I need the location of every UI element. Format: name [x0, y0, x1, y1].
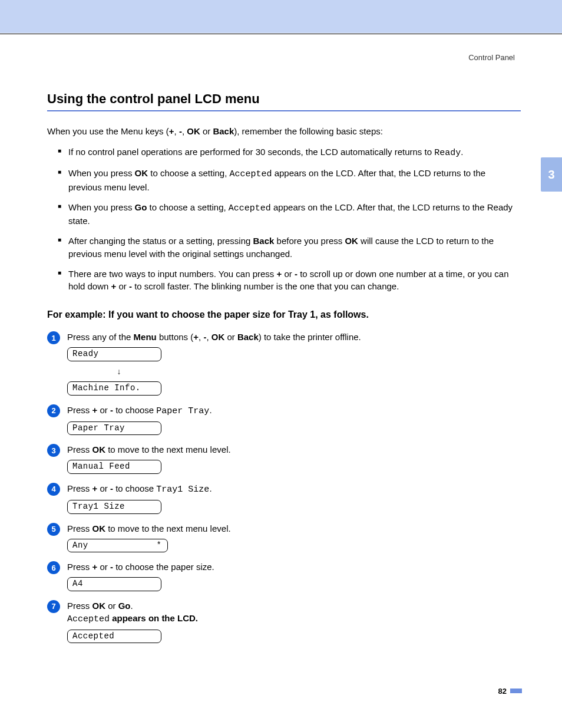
step-text: Press + or - to choose Paper Tray. — [67, 404, 521, 417]
bold-text: Menu — [134, 332, 157, 342]
footer: 82 — [498, 686, 522, 696]
text: or — [282, 269, 295, 279]
step: 2Press + or - to choose Paper Tray.Paper… — [47, 404, 521, 440]
text: When you press — [68, 202, 135, 212]
text: Press — [67, 562, 92, 572]
bullet-item: There are two ways to input numbers. You… — [58, 268, 521, 294]
step-body: Press OK to move to the next menu level.… — [67, 522, 521, 558]
text: or — [97, 405, 110, 415]
page-number: 82 — [498, 687, 507, 696]
mono-text: Tray1 Size — [156, 485, 209, 495]
text: or — [105, 601, 118, 611]
text: or — [97, 562, 110, 572]
mono-text: Paper Tray — [156, 406, 209, 416]
text: Press — [67, 444, 92, 454]
step-subline: Accepted appears on the LCD. — [67, 612, 521, 625]
step-text: Press OK or Go. — [67, 599, 521, 612]
step-number-badge: 1 — [47, 331, 60, 344]
text: or — [116, 281, 129, 291]
step-number-badge: 6 — [47, 561, 60, 574]
lcd-text: Paper Tray — [67, 421, 161, 436]
bold-text: Go — [135, 202, 147, 212]
step-number-badge: 7 — [47, 600, 60, 613]
bold-text: Back — [237, 332, 259, 342]
bold-text: OK — [92, 523, 106, 533]
bold-text: OK — [135, 168, 148, 178]
section-title: Using the control panel LCD menu — [47, 91, 521, 111]
bold-text: + — [92, 405, 98, 415]
intro-line: When you use the Menu keys (+, -, OK or … — [47, 126, 521, 137]
step-text: Press + or - to choose Tray1 Size. — [67, 482, 521, 496]
mono-text: Accepted — [67, 614, 110, 624]
step-text: Press any of the Menu buttons (+, -, OK … — [67, 331, 521, 343]
step-text: Press OK to move to the next menu level. — [67, 522, 521, 535]
bold-text: Go — [118, 601, 131, 611]
bold-text: + — [111, 281, 117, 291]
text: or — [224, 332, 237, 342]
bold-text: + — [92, 483, 98, 493]
lcd-display: Accepted — [67, 629, 521, 644]
text: or — [200, 126, 213, 136]
top-band — [0, 0, 562, 33]
key-back: Back — [213, 126, 234, 136]
step-body: Press OK to move to the next menu level.… — [67, 443, 521, 479]
text: to move to the next menu level. — [105, 523, 231, 533]
text: . — [209, 405, 211, 415]
text: , — [182, 126, 187, 136]
text: to move to the next menu level. — [105, 444, 231, 454]
text: ) to take the printer offline. — [259, 332, 361, 342]
bold-text: + — [92, 562, 98, 572]
text: to choose a setting, — [147, 202, 228, 212]
text: Press — [67, 483, 92, 493]
step-text: Press OK to move to the next menu level. — [67, 443, 521, 456]
bullet-list: If no control panel operations are perfo… — [47, 146, 521, 293]
lcd-display: A4 — [67, 577, 521, 591]
bold-text: OK — [92, 444, 106, 454]
text: If no control panel operations are perfo… — [68, 147, 434, 157]
step-body: Press OK or Go.Accepted appears on the L… — [67, 599, 521, 648]
text: There are two ways to input numbers. You… — [68, 269, 277, 279]
text: buttons ( — [157, 332, 194, 342]
arrow-down-icon: ↓ — [67, 366, 171, 378]
step-number-badge: 5 — [47, 523, 60, 536]
step: 6Press + or - to choose the paper size.A… — [47, 561, 521, 596]
bullet-item: When you press Go to choose a setting, A… — [58, 201, 521, 228]
lcd-text: Accepted — [67, 630, 161, 644]
step-text: Press + or - to choose the paper size. — [67, 561, 521, 573]
lcd-text: Ready — [67, 347, 161, 361]
text: to scroll faster. The blinking number is… — [132, 281, 399, 291]
text: Press any of the — [67, 332, 134, 342]
text: When you use the Menu keys ( — [47, 126, 169, 136]
lcd-text: A4 — [67, 577, 161, 591]
text: . — [461, 147, 463, 157]
lcd-display: Any * — [67, 538, 521, 553]
lcd-display: Ready — [67, 347, 521, 361]
key-plus: + — [169, 126, 174, 136]
bold-text: OK — [92, 601, 106, 611]
step: 1Press any of the Menu buttons (+, -, OK… — [47, 331, 521, 400]
step: 5Press OK to move to the next menu level… — [47, 522, 521, 558]
bold-text: OK — [345, 236, 358, 246]
example-heading: For example: If you want to choose the p… — [47, 309, 521, 320]
lcd-text: Machine Info. — [67, 381, 161, 396]
text: Press — [67, 405, 92, 415]
bold-text: OK — [211, 332, 225, 342]
step: 7Press OK or Go.Accepted appears on the … — [47, 599, 521, 648]
text: to choose — [113, 483, 156, 493]
step-body: Press + or - to choose the paper size.A4 — [67, 561, 521, 596]
text: , — [206, 332, 211, 342]
steps-list: 1Press any of the Menu buttons (+, -, OK… — [47, 331, 521, 648]
text: Press — [67, 523, 92, 533]
bold-text: + — [277, 269, 282, 279]
text: to choose a setting, — [148, 168, 229, 178]
bold-text: Back — [253, 236, 275, 246]
text: Press — [67, 601, 92, 611]
page-bar — [510, 689, 522, 693]
text: . — [209, 483, 211, 493]
bullet-item: When you press OK to choose a setting, A… — [58, 167, 521, 194]
section-label: Control Panel — [0, 34, 562, 62]
mono-text: Accepted — [229, 169, 272, 179]
lcd-text: Any * — [67, 539, 168, 553]
bullet-item: If no control panel operations are perfo… — [58, 146, 521, 160]
lcd-text: Tray1 Size — [67, 500, 161, 514]
